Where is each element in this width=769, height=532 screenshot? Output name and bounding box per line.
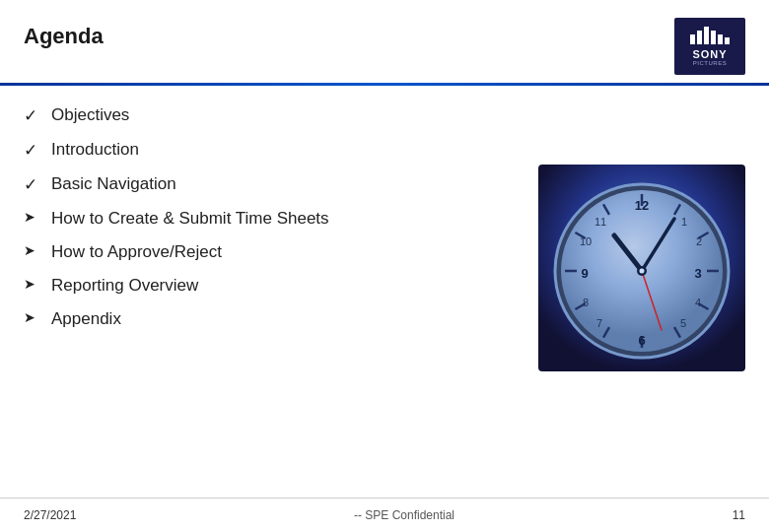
agenda-item-text: How to Approve/Reject: [51, 242, 222, 262]
logo-bars: [690, 27, 730, 44]
agenda-bullet: ✓: [24, 140, 51, 161]
footer-date: 2/27/2021: [24, 508, 76, 522]
agenda-item: ➤How to Approve/Reject: [24, 242, 519, 262]
footer-page: 11: [733, 508, 745, 522]
agenda-item-text: Reporting Overview: [51, 276, 198, 296]
svg-text:6: 6: [638, 333, 645, 348]
footer: 2/27/2021 -- SPE Confidential 11: [0, 498, 769, 532]
footer-confidential: -- SPE Confidential: [354, 508, 454, 522]
agenda-item-text: Appendix: [51, 309, 121, 329]
agenda-bullet: ➤: [24, 242, 51, 258]
slide: Agenda SONY PICTURES ✓Objectives✓Introdu…: [0, 0, 769, 532]
agenda-bullet: ✓: [24, 174, 51, 195]
agenda-item: ➤How to Create & Submit Time Sheets: [24, 209, 519, 229]
agenda-item-text: Introduction: [51, 140, 139, 160]
agenda-item-text: How to Create & Submit Time Sheets: [51, 209, 329, 229]
clock-image: 12 3 6 9 1 2 4 5 7 8 10 11: [538, 165, 745, 371]
slide-title: Agenda: [24, 24, 104, 49]
header: Agenda SONY PICTURES: [0, 0, 769, 75]
svg-text:9: 9: [581, 266, 588, 281]
agenda-item-text: Basic Navigation: [51, 174, 176, 194]
content-area: ✓Objectives✓Introduction✓Basic Navigatio…: [0, 86, 769, 381]
svg-text:4: 4: [695, 297, 701, 308]
svg-text:5: 5: [680, 317, 686, 329]
agenda-bullet: ➤: [24, 276, 51, 292]
agenda-item: ✓Introduction: [24, 140, 519, 161]
sony-logo: SONY PICTURES: [674, 18, 745, 75]
svg-text:3: 3: [694, 266, 701, 281]
svg-text:12: 12: [635, 198, 649, 213]
svg-text:11: 11: [594, 216, 606, 228]
svg-text:1: 1: [681, 216, 687, 228]
logo-sony-text: SONY: [692, 48, 727, 60]
svg-text:8: 8: [583, 297, 589, 308]
agenda-item-text: Objectives: [51, 105, 129, 125]
svg-text:2: 2: [696, 235, 702, 247]
agenda-bullet: ➤: [24, 209, 51, 225]
svg-text:7: 7: [596, 317, 602, 329]
agenda-bullet: ➤: [24, 309, 51, 325]
agenda-item: ✓Objectives: [24, 105, 519, 126]
agenda-item: ➤Appendix: [24, 309, 519, 329]
agenda-bullet: ✓: [24, 105, 51, 126]
logo-pictures-text: PICTURES: [693, 60, 727, 66]
agenda-item: ➤Reporting Overview: [24, 276, 519, 296]
agenda-list: ✓Objectives✓Introduction✓Basic Navigatio…: [24, 105, 519, 371]
svg-text:10: 10: [580, 235, 592, 247]
svg-point-31: [640, 269, 645, 274]
agenda-item: ✓Basic Navigation: [24, 174, 519, 195]
